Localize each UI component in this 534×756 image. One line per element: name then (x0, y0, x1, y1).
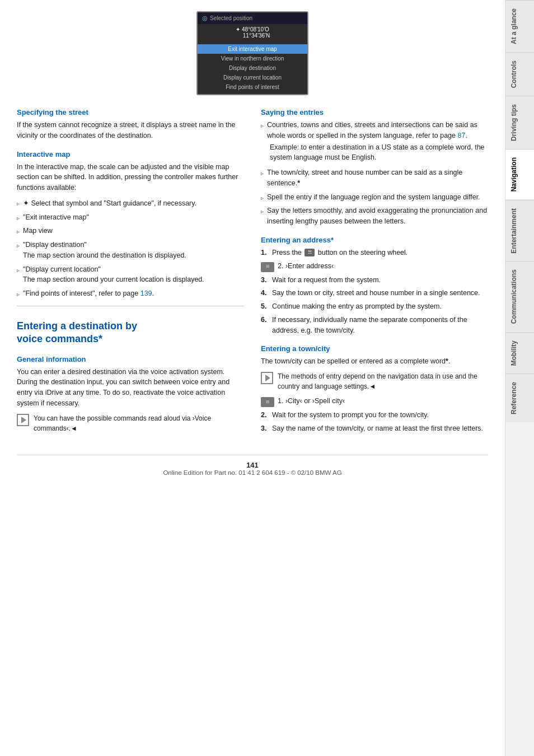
interactive-map-heading: Interactive map (17, 150, 244, 158)
address-step-2: ☵ 2. ›Enter address‹ (261, 261, 488, 272)
tab-reference[interactable]: Reference (505, 374, 534, 422)
divider (17, 306, 244, 306)
bullet-find-poi: ▹ "Find points of interest", refer to pa… (17, 288, 244, 299)
nav-screenshot: ◎ Selected position ✦ 48°08'10'O 11°34'3… (17, 11, 488, 97)
saying-arrow-4: ▹ (261, 207, 264, 216)
general-info-body: You can enter a desired destination via … (17, 367, 244, 409)
arrow-icon-1: ▹ (17, 214, 20, 222)
step-2-icon: ☵ (261, 262, 274, 272)
address-step-6: 6. If necessary, individually name the s… (261, 315, 488, 336)
saying-bullet-1: ▹ Countries, towns and cities, streets a… (261, 120, 488, 141)
arrow-icon-2: ▹ (17, 227, 20, 236)
page-number: 141 (17, 461, 488, 469)
entering-town-body: The town/city can be spelled or entered … (261, 356, 488, 367)
nav-menu-item-3[interactable]: Display current location (198, 73, 307, 82)
general-info-heading: General information (17, 355, 244, 363)
town-note-text: The methods of entry depend on the navig… (278, 371, 488, 391)
saying-example: Example: to enter a destination in a US … (270, 142, 488, 164)
nav-screen-header: ◎ Selected position (198, 12, 307, 24)
tab-driving-tips[interactable]: Driving tips (505, 96, 534, 149)
note-text: You can have the possible commands read … (34, 413, 244, 433)
saying-arrow-3: ▹ (261, 194, 264, 202)
nav-screen-coords: ✦ 48°08'10'O 11°34'36'N (198, 24, 307, 42)
tab-mobility[interactable]: Mobility (505, 332, 534, 374)
tab-at-a-glance[interactable]: At a glance (505, 0, 534, 52)
town-step-1: ☵ 1. ›City‹ or ›Spell city‹ (261, 396, 488, 407)
entering-destination-heading: Entering a destination byvoice commands* (17, 320, 244, 346)
specifying-street-heading: Specifying the street (17, 108, 244, 116)
address-step-4: 4. Say the town or city, street and hous… (261, 288, 488, 298)
link-139[interactable]: 139 (140, 290, 152, 297)
page-footer: 141 Online Edition for Part no. 01 41 2 … (17, 455, 488, 476)
nav-screen-menu: Exit interactive map View in northern di… (198, 42, 307, 94)
entering-address-heading: Entering an address* (261, 236, 488, 244)
arrow-icon-3: ▹ (17, 241, 20, 250)
interactive-map-bullets: ▹ ✦ Select that symbol and "Start guidan… (17, 198, 244, 299)
note-inner-triangle (21, 417, 26, 423)
saying-bullet-2: ▹ The town/city, street and house number… (261, 167, 488, 189)
address-step-3: 3. Wait for a request from the system. (261, 275, 488, 286)
specifying-street-body: If the system cannot recognize a street,… (17, 120, 244, 141)
entering-address-steps: 1. Press the ☵ button on the steering wh… (261, 248, 488, 336)
nav-screen-widget: ◎ Selected position ✦ 48°08'10'O 11°34'3… (196, 11, 308, 95)
nav-menu-item-4[interactable]: Find points of interest (198, 82, 307, 92)
footer-text: Online Edition for Part no. 01 41 2 604 … (17, 469, 488, 476)
tab-navigation[interactable]: Navigation (505, 149, 534, 199)
entering-town-steps: ☵ 1. ›City‹ or ›Spell city‹ 2. Wait for … (261, 396, 488, 434)
nav-menu-item-0[interactable]: Exit interactive map (198, 44, 307, 54)
right-column: Saying the entries ▹ Countries, towns an… (261, 108, 488, 438)
interactive-map-body: In the interactive map, the scale can be… (17, 162, 244, 193)
saying-entries-bullets-2: ▹ The town/city, street and house number… (261, 167, 488, 227)
tab-entertainment[interactable]: Entertainment (505, 200, 534, 262)
town-step-1-icon: ☵ (261, 397, 274, 407)
nav-menu-item-2[interactable]: Display destination (198, 63, 307, 73)
left-column: Specifying the street If the system cann… (17, 108, 244, 438)
saying-entries-heading: Saying the entries (261, 108, 488, 116)
steering-wheel-button-icon: ☵ (305, 249, 315, 256)
note-triangle-icon (17, 414, 29, 426)
address-step-5: 5. Continue making the entry as prompted… (261, 301, 488, 312)
arrow-icon-4: ▹ (17, 266, 20, 274)
bullet-display-loc: ▹ "Display current location"The map sect… (17, 264, 244, 286)
town-step-2: 2. Wait for the system to prompt you for… (261, 410, 488, 421)
town-note-inner-triangle (265, 375, 270, 381)
arrow-icon-5: ▹ (17, 290, 20, 298)
bullet-display-dest: ▹ "Display destination"The map section a… (17, 240, 244, 261)
saying-bullet-3: ▹ Spell the entry if the language region… (261, 192, 488, 203)
saying-bullet-4: ▹ Say the letters smoothly, and avoid ex… (261, 206, 488, 227)
saying-entries-bullets: ▹ Countries, towns and cities, streets a… (261, 120, 488, 141)
voice-commands-note: You can have the possible commands read … (17, 413, 244, 433)
sidebar: At a glance Controls Driving tips Naviga… (505, 0, 534, 756)
bullet-exit-map: ▹ "Exit interactive map" (17, 212, 244, 223)
saying-arrow-1: ▹ (261, 122, 264, 130)
tab-controls[interactable]: Controls (505, 52, 534, 96)
bullet-compass: ▹ ✦ Select that symbol and "Start guidan… (17, 198, 244, 209)
town-step-3: 3. Say the name of the town/city, or nam… (261, 423, 488, 434)
nav-menu-item-1[interactable]: View in northern direction (198, 54, 307, 63)
saying-arrow-2: ▹ (261, 169, 264, 178)
arrow-icon-0: ▹ (17, 199, 20, 208)
entering-town-heading: Entering a town/city (261, 344, 488, 353)
town-note-box: The methods of entry depend on the navig… (261, 371, 488, 391)
town-note-triangle-icon (261, 372, 273, 384)
address-step-1: 1. Press the ☵ button on the steering wh… (261, 248, 488, 258)
bullet-map-view: ▹ Map view (17, 226, 244, 236)
link-87[interactable]: 87 (457, 132, 465, 139)
tab-communications[interactable]: Communications (505, 261, 534, 332)
